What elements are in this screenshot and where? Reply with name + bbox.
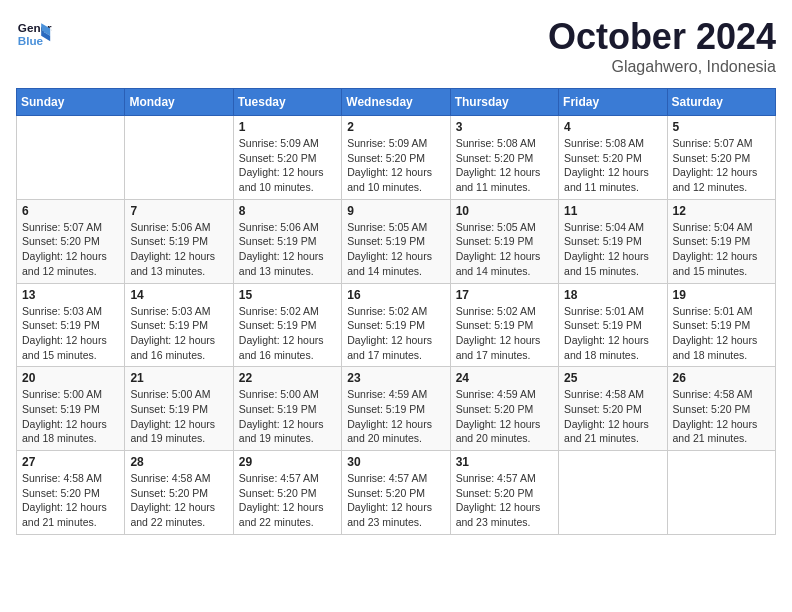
day-info: Sunrise: 5:05 AM Sunset: 5:19 PM Dayligh… (347, 220, 444, 279)
calendar-cell: 26Sunrise: 4:58 AM Sunset: 5:20 PM Dayli… (667, 367, 775, 451)
day-info: Sunrise: 4:57 AM Sunset: 5:20 PM Dayligh… (239, 471, 336, 530)
day-number: 25 (564, 371, 661, 385)
weekday-header: Tuesday (233, 89, 341, 116)
day-number: 2 (347, 120, 444, 134)
day-number: 23 (347, 371, 444, 385)
weekday-header: Monday (125, 89, 233, 116)
day-number: 10 (456, 204, 553, 218)
day-number: 16 (347, 288, 444, 302)
calendar-table: SundayMondayTuesdayWednesdayThursdayFrid… (16, 88, 776, 535)
day-info: Sunrise: 5:02 AM Sunset: 5:19 PM Dayligh… (347, 304, 444, 363)
day-info: Sunrise: 5:06 AM Sunset: 5:19 PM Dayligh… (130, 220, 227, 279)
calendar-cell: 19Sunrise: 5:01 AM Sunset: 5:19 PM Dayli… (667, 283, 775, 367)
day-info: Sunrise: 4:57 AM Sunset: 5:20 PM Dayligh… (456, 471, 553, 530)
day-info: Sunrise: 5:00 AM Sunset: 5:19 PM Dayligh… (130, 387, 227, 446)
day-number: 18 (564, 288, 661, 302)
weekday-header: Wednesday (342, 89, 450, 116)
calendar-cell: 30Sunrise: 4:57 AM Sunset: 5:20 PM Dayli… (342, 451, 450, 535)
calendar-cell: 24Sunrise: 4:59 AM Sunset: 5:20 PM Dayli… (450, 367, 558, 451)
weekday-header: Friday (559, 89, 667, 116)
day-info: Sunrise: 5:04 AM Sunset: 5:19 PM Dayligh… (564, 220, 661, 279)
day-number: 28 (130, 455, 227, 469)
day-number: 6 (22, 204, 119, 218)
day-info: Sunrise: 4:59 AM Sunset: 5:19 PM Dayligh… (347, 387, 444, 446)
day-number: 20 (22, 371, 119, 385)
day-number: 29 (239, 455, 336, 469)
logo-icon: General Blue (16, 16, 52, 52)
day-number: 15 (239, 288, 336, 302)
weekday-header: Thursday (450, 89, 558, 116)
calendar-cell: 10Sunrise: 5:05 AM Sunset: 5:19 PM Dayli… (450, 199, 558, 283)
calendar-cell: 17Sunrise: 5:02 AM Sunset: 5:19 PM Dayli… (450, 283, 558, 367)
day-number: 8 (239, 204, 336, 218)
calendar-cell (667, 451, 775, 535)
calendar-cell: 21Sunrise: 5:00 AM Sunset: 5:19 PM Dayli… (125, 367, 233, 451)
calendar-week-row: 20Sunrise: 5:00 AM Sunset: 5:19 PM Dayli… (17, 367, 776, 451)
calendar-cell: 29Sunrise: 4:57 AM Sunset: 5:20 PM Dayli… (233, 451, 341, 535)
calendar-cell: 28Sunrise: 4:58 AM Sunset: 5:20 PM Dayli… (125, 451, 233, 535)
calendar-cell (125, 116, 233, 200)
day-info: Sunrise: 5:05 AM Sunset: 5:19 PM Dayligh… (456, 220, 553, 279)
calendar-cell: 9Sunrise: 5:05 AM Sunset: 5:19 PM Daylig… (342, 199, 450, 283)
day-number: 19 (673, 288, 770, 302)
calendar-cell: 14Sunrise: 5:03 AM Sunset: 5:19 PM Dayli… (125, 283, 233, 367)
day-number: 3 (456, 120, 553, 134)
calendar-cell: 12Sunrise: 5:04 AM Sunset: 5:19 PM Dayli… (667, 199, 775, 283)
calendar-cell: 3Sunrise: 5:08 AM Sunset: 5:20 PM Daylig… (450, 116, 558, 200)
calendar-cell: 6Sunrise: 5:07 AM Sunset: 5:20 PM Daylig… (17, 199, 125, 283)
calendar-cell: 7Sunrise: 5:06 AM Sunset: 5:19 PM Daylig… (125, 199, 233, 283)
calendar-cell: 23Sunrise: 4:59 AM Sunset: 5:19 PM Dayli… (342, 367, 450, 451)
calendar-cell: 25Sunrise: 4:58 AM Sunset: 5:20 PM Dayli… (559, 367, 667, 451)
day-info: Sunrise: 5:03 AM Sunset: 5:19 PM Dayligh… (130, 304, 227, 363)
day-number: 27 (22, 455, 119, 469)
day-info: Sunrise: 4:59 AM Sunset: 5:20 PM Dayligh… (456, 387, 553, 446)
day-number: 21 (130, 371, 227, 385)
weekday-header: Saturday (667, 89, 775, 116)
location-subtitle: Glagahwero, Indonesia (548, 58, 776, 76)
day-number: 17 (456, 288, 553, 302)
day-info: Sunrise: 5:00 AM Sunset: 5:19 PM Dayligh… (239, 387, 336, 446)
day-number: 26 (673, 371, 770, 385)
calendar-cell: 22Sunrise: 5:00 AM Sunset: 5:19 PM Dayli… (233, 367, 341, 451)
day-info: Sunrise: 5:08 AM Sunset: 5:20 PM Dayligh… (456, 136, 553, 195)
day-info: Sunrise: 5:09 AM Sunset: 5:20 PM Dayligh… (239, 136, 336, 195)
calendar-cell: 11Sunrise: 5:04 AM Sunset: 5:19 PM Dayli… (559, 199, 667, 283)
day-number: 1 (239, 120, 336, 134)
calendar-cell: 13Sunrise: 5:03 AM Sunset: 5:19 PM Dayli… (17, 283, 125, 367)
weekday-header: Sunday (17, 89, 125, 116)
weekday-header-row: SundayMondayTuesdayWednesdayThursdayFrid… (17, 89, 776, 116)
title-block: October 2024 Glagahwero, Indonesia (548, 16, 776, 76)
calendar-cell: 16Sunrise: 5:02 AM Sunset: 5:19 PM Dayli… (342, 283, 450, 367)
day-info: Sunrise: 5:07 AM Sunset: 5:20 PM Dayligh… (22, 220, 119, 279)
day-info: Sunrise: 4:57 AM Sunset: 5:20 PM Dayligh… (347, 471, 444, 530)
day-number: 14 (130, 288, 227, 302)
day-info: Sunrise: 5:01 AM Sunset: 5:19 PM Dayligh… (564, 304, 661, 363)
day-info: Sunrise: 4:58 AM Sunset: 5:20 PM Dayligh… (22, 471, 119, 530)
calendar-cell: 20Sunrise: 5:00 AM Sunset: 5:19 PM Dayli… (17, 367, 125, 451)
day-number: 30 (347, 455, 444, 469)
page-header: General Blue October 2024 Glagahwero, In… (16, 16, 776, 76)
day-info: Sunrise: 5:09 AM Sunset: 5:20 PM Dayligh… (347, 136, 444, 195)
day-number: 31 (456, 455, 553, 469)
day-number: 5 (673, 120, 770, 134)
calendar-cell: 27Sunrise: 4:58 AM Sunset: 5:20 PM Dayli… (17, 451, 125, 535)
day-number: 7 (130, 204, 227, 218)
day-info: Sunrise: 5:02 AM Sunset: 5:19 PM Dayligh… (456, 304, 553, 363)
calendar-week-row: 13Sunrise: 5:03 AM Sunset: 5:19 PM Dayli… (17, 283, 776, 367)
day-info: Sunrise: 5:04 AM Sunset: 5:19 PM Dayligh… (673, 220, 770, 279)
calendar-cell: 15Sunrise: 5:02 AM Sunset: 5:19 PM Dayli… (233, 283, 341, 367)
day-number: 4 (564, 120, 661, 134)
calendar-cell: 18Sunrise: 5:01 AM Sunset: 5:19 PM Dayli… (559, 283, 667, 367)
calendar-cell (17, 116, 125, 200)
logo: General Blue (16, 16, 52, 52)
calendar-week-row: 6Sunrise: 5:07 AM Sunset: 5:20 PM Daylig… (17, 199, 776, 283)
day-info: Sunrise: 5:01 AM Sunset: 5:19 PM Dayligh… (673, 304, 770, 363)
month-title: October 2024 (548, 16, 776, 58)
day-info: Sunrise: 4:58 AM Sunset: 5:20 PM Dayligh… (130, 471, 227, 530)
day-info: Sunrise: 4:58 AM Sunset: 5:20 PM Dayligh… (564, 387, 661, 446)
calendar-cell: 4Sunrise: 5:08 AM Sunset: 5:20 PM Daylig… (559, 116, 667, 200)
calendar-cell: 8Sunrise: 5:06 AM Sunset: 5:19 PM Daylig… (233, 199, 341, 283)
day-info: Sunrise: 5:00 AM Sunset: 5:19 PM Dayligh… (22, 387, 119, 446)
day-number: 22 (239, 371, 336, 385)
day-info: Sunrise: 5:08 AM Sunset: 5:20 PM Dayligh… (564, 136, 661, 195)
